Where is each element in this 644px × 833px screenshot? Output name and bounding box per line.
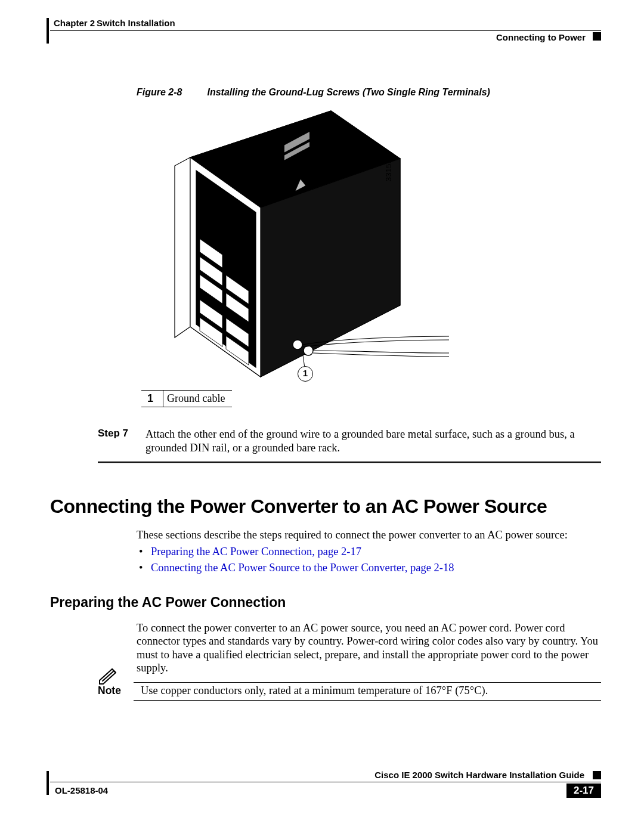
footer-guide-title: Cisco IE 2000 Switch Hardware Installati…	[374, 770, 584, 780]
xref-link[interactable]: Preparing the AC Power Connection, page …	[151, 546, 361, 558]
figure-callout-1: 1	[298, 366, 313, 382]
pencil-icon	[98, 668, 120, 686]
figure-block: Figure 2-8 Installing the Ground-Lug Scr…	[137, 87, 590, 407]
svg-point-18	[304, 346, 313, 355]
note-top-rule	[134, 682, 601, 683]
note-bottom-rule	[134, 700, 601, 701]
section-title: Connecting to Power	[496, 32, 586, 42]
figure-part-number: 331555	[385, 154, 393, 181]
chapter-title: Switch Installation	[97, 18, 175, 28]
header-marker-icon	[593, 32, 601, 41]
heading-1: Connecting the Power Converter to an AC …	[50, 496, 601, 518]
footer-rule	[50, 782, 601, 782]
page-header: Chapter 2 Switch Installation Connecting…	[50, 18, 601, 43]
page-footer: Cisco IE 2000 Switch Hardware Installati…	[50, 782, 601, 808]
header-rule	[50, 30, 601, 31]
legend-text: Ground cable	[163, 391, 233, 407]
figure-legend: 1 Ground cable	[141, 390, 232, 407]
chapter-number: Chapter 2	[54, 18, 95, 28]
footer-bar	[47, 771, 49, 795]
header-bar	[47, 18, 49, 44]
note-block: Note Use copper conductors only, rated a…	[98, 685, 601, 697]
legend-num: 1	[141, 391, 163, 407]
svg-point-17	[293, 340, 302, 349]
intro-paragraph: These sections describe the steps requir…	[137, 528, 601, 542]
page-number: 2-17	[566, 784, 601, 798]
body-paragraph: To connect the power converter to an AC …	[137, 621, 601, 675]
step-end-rule	[98, 462, 601, 463]
note-text: Use copper conductors only, rated at a m…	[141, 685, 601, 697]
figure-caption: Installing the Ground-Lug Screws (Two Si…	[207, 87, 490, 98]
footer-marker-icon	[593, 771, 601, 779]
figure-image: 1 331555	[141, 105, 449, 386]
step-text: Attach the other end of the ground wire …	[145, 428, 601, 454]
step-label: Step 7	[98, 428, 130, 454]
switch-illustration	[141, 105, 449, 386]
xref-list: Preparing the AC Power Connection, page …	[137, 546, 601, 574]
note-label: Note	[98, 685, 126, 697]
xref-link[interactable]: Connecting the AC Power Source to the Po…	[151, 562, 454, 574]
footer-doc-number: OL-25818-04	[55, 785, 108, 795]
heading-2: Preparing the AC Power Connection	[50, 594, 601, 611]
figure-label: Figure 2-8	[137, 87, 182, 98]
